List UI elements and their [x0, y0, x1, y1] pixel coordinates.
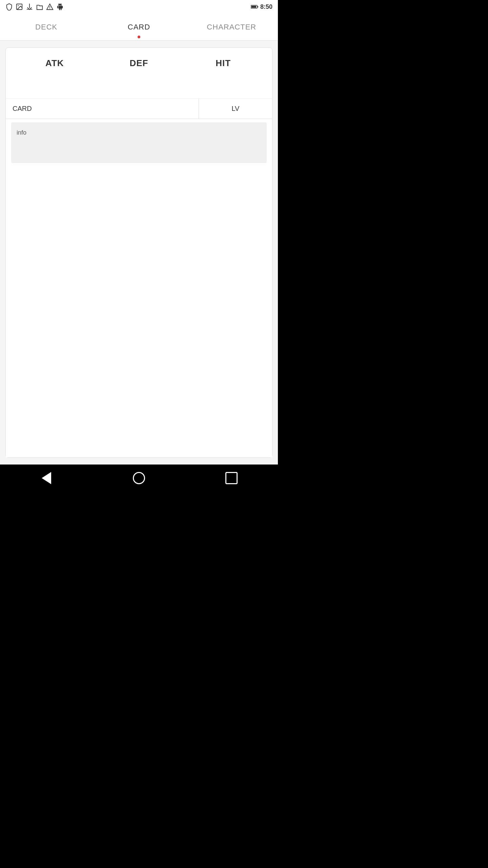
- svg-point-3: [49, 8, 50, 9]
- shield-icon: [5, 3, 13, 11]
- status-bar-icons: [5, 3, 64, 11]
- svg-rect-5: [251, 6, 256, 8]
- tab-character[interactable]: CHARACTER: [185, 14, 278, 40]
- def-label: DEF: [97, 58, 181, 68]
- back-button[interactable]: [36, 468, 57, 488]
- info-text: info: [17, 129, 26, 136]
- lv-section-label: LV: [231, 105, 239, 113]
- status-bar-right: 8:50: [251, 3, 272, 11]
- hit-stat: HIT: [181, 58, 265, 92]
- card-lv-row: CARD LV: [6, 99, 272, 119]
- card-section-label: CARD: [13, 105, 32, 113]
- app-container: DECK CARD CHARACTER ATK DEF HIT CARD: [0, 14, 278, 465]
- download-icon: [26, 3, 33, 11]
- home-circle-icon: [133, 472, 145, 484]
- svg-rect-6: [258, 6, 258, 7]
- square-button[interactable]: [221, 468, 242, 488]
- atk-stat: ATK: [13, 58, 97, 92]
- def-value: [97, 71, 181, 92]
- folder-icon: [36, 3, 43, 11]
- photo-icon: [16, 3, 23, 11]
- lv-section[interactable]: LV: [199, 99, 272, 119]
- card-section[interactable]: CARD: [6, 99, 199, 119]
- hit-value: [181, 71, 265, 92]
- home-button[interactable]: [129, 468, 149, 488]
- hit-label: HIT: [181, 58, 265, 68]
- active-tab-indicator: [138, 36, 140, 38]
- time-display: 8:50: [260, 3, 272, 11]
- square-icon: [225, 472, 238, 484]
- bottom-content-area: [6, 166, 272, 457]
- back-arrow-icon: [42, 472, 51, 484]
- warning-icon: [46, 3, 54, 11]
- svg-point-1: [18, 5, 19, 6]
- stats-row: ATK DEF HIT: [6, 48, 272, 99]
- atk-value: [13, 71, 97, 92]
- card-panel: ATK DEF HIT CARD LV info: [5, 47, 272, 458]
- tab-deck[interactable]: DECK: [0, 14, 93, 40]
- info-area: info: [11, 122, 267, 163]
- bottom-nav-bar: [0, 465, 278, 492]
- battery-icon: [251, 4, 258, 9]
- status-bar: 8:50: [0, 0, 278, 14]
- def-stat: DEF: [97, 58, 181, 92]
- atk-label: ATK: [13, 58, 97, 68]
- nav-tabs: DECK CARD CHARACTER: [0, 14, 278, 41]
- android-icon: [56, 3, 64, 11]
